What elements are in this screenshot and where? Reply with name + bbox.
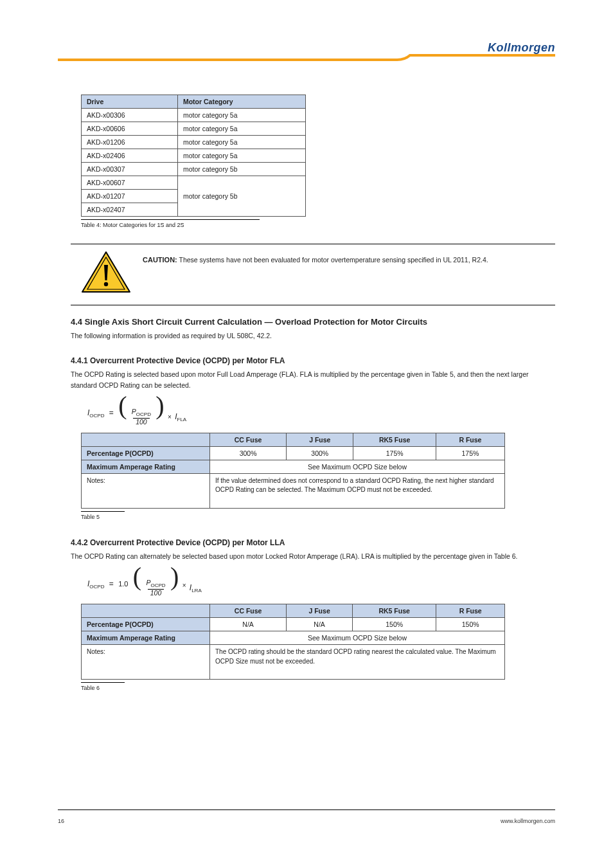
table6-caption: Table 6 [81, 682, 125, 691]
t6-row-percent-label: Percentage P(OCPD) [82, 618, 210, 631]
t4-cell: AKD-x00306 [82, 109, 178, 122]
t4-cell: motor category 5a [177, 136, 305, 149]
table4-caption: Table 4: Motor Categories for 1S and 2S [81, 219, 260, 228]
t4-cell: motor category 5a [177, 122, 305, 136]
t6-cell: N/A [210, 618, 287, 631]
t4-cell: AKD-x00606 [82, 122, 178, 136]
caution-label: CAUTION: [143, 256, 177, 264]
caution-text: These systems have not been evaluated fo… [179, 256, 488, 264]
header-rule [58, 53, 555, 65]
brand-label: Kollmorgen [488, 41, 555, 55]
t6-cell: 150% [352, 618, 436, 631]
t5-maxamp-note: See Maximum OCPD Size below [210, 460, 505, 473]
table6: CC Fuse J Fuse RK5 Fuse R Fuse Percentag… [81, 604, 505, 680]
t4-col-motorcat: Motor Category [177, 95, 305, 109]
t6-cell: N/A [287, 618, 353, 631]
t5-notes-text: If the value determined does not corresp… [210, 473, 505, 508]
table5: CC Fuse J Fuse RK5 Fuse R Fuse Percentag… [81, 433, 505, 509]
footer-url: www.kollmorgen.com [501, 818, 555, 824]
t5-h: CC Fuse [210, 433, 287, 446]
t6-h: CC Fuse [210, 604, 287, 618]
t4-cell: AKD-x02407 [82, 203, 178, 217]
section-4-4-2-para: The OCPD Rating can alternately be selec… [71, 551, 555, 561]
warning-icon [81, 251, 131, 297]
section-4-4-1-title: 4.4.1 Overcurrent Protective Device (OCP… [71, 356, 555, 365]
caution-bottom-rule [71, 305, 555, 305]
t4-cell: motor category 5a [177, 149, 305, 163]
t5-row-maxamp-label: Maximum Amperage Rating [82, 460, 210, 473]
t6-h: R Fuse [436, 604, 505, 618]
t6-notes-label: Notes: [82, 645, 210, 680]
t5-row-percent-label: Percentage P(OCPD) [82, 446, 210, 460]
section-4-4-intro: The following information is provided as… [71, 330, 555, 341]
section-4-4-2-title: 4.4.2 Overcurrent Protective Device (OCP… [71, 538, 555, 547]
svg-point-2 [104, 282, 108, 286]
t5-h: J Fuse [287, 433, 353, 446]
t6-blank [82, 604, 210, 618]
table5-caption: Table 5 [81, 511, 125, 520]
t4-cell: AKD-x02406 [82, 149, 178, 163]
formula-ocpd-fla: IOCPD = ( POCPD 100 ) × IFLA [87, 394, 555, 426]
t6-notes-text: The OCPD rating should be the standard O… [210, 645, 505, 680]
t4-cell: motor category 5b [177, 176, 305, 217]
t6-h: RK5 Fuse [352, 604, 436, 618]
t5-blank [82, 433, 210, 446]
caution-top-rule [71, 244, 555, 244]
caution-block: CAUTION: These systems have not been eva… [81, 251, 555, 302]
t4-cell: AKD-x00607 [82, 176, 178, 190]
motor-category-table: Drive Motor Category AKD-x00306motor cat… [81, 95, 306, 217]
t5-cell: 175% [436, 446, 504, 460]
t6-row-maxamp-label: Maximum Amperage Rating [82, 631, 210, 645]
t4-cell: motor category 5a [177, 109, 305, 122]
t4-col-drive: Drive [82, 95, 178, 109]
t4-cell: AKD-x01206 [82, 136, 178, 149]
t6-maxamp-note: See Maximum OCPD Size below [210, 631, 505, 645]
footer-rule [58, 809, 555, 810]
section-4-4-1-para: The OCPD Rating is selected based upon m… [71, 369, 555, 390]
t4-cell: AKD-x01207 [82, 190, 178, 203]
page-number: 16 [58, 818, 64, 824]
t5-notes-label: Notes: [82, 473, 210, 508]
t4-cell: motor category 5b [177, 163, 305, 176]
t5-cell: 300% [287, 446, 353, 460]
t5-cell: 175% [353, 446, 436, 460]
t5-h: RK5 Fuse [353, 433, 436, 446]
t5-cell: 300% [210, 446, 287, 460]
section-4-4-title: 4.4 Single Axis Short Circuit Current Ca… [71, 317, 555, 327]
t4-cell: AKD-x00307 [82, 163, 178, 176]
t6-h: J Fuse [287, 604, 353, 618]
t6-cell: 150% [436, 618, 505, 631]
formula-ocpd-lra: IOCPD = 1.0 ( POCPD 100 ) × ILRA [87, 565, 555, 597]
t5-h: R Fuse [436, 433, 504, 446]
